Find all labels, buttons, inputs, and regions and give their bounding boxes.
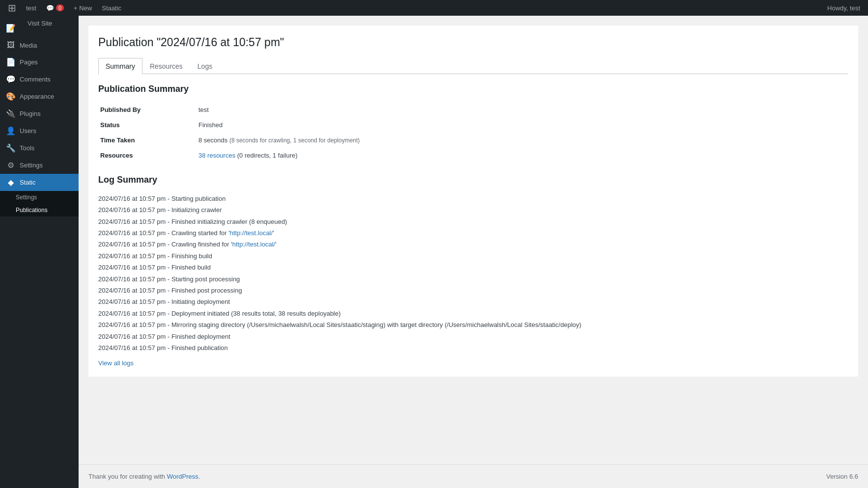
tab-resources[interactable]: Resources [142,58,190,74]
comments-button[interactable]: 💬 0 [42,0,68,16]
status-row: Status Finished [98,117,848,133]
wp-footer: Thank you for creating with WordPress. V… [79,464,868,488]
sidebar-item-users[interactable]: 👤 Users [0,122,79,139]
log-entry-13: 2024/07/16 at 10:57 pm - Finished public… [98,342,848,353]
plugin-label-text: Staatic [102,4,121,12]
resources-value: 38 resources (0 redirects, 1 failure) [196,148,848,163]
log-entry-7: 2024/07/16 at 10:57 pm - Starting post p… [98,273,848,285]
log-entries: 2024/07/16 at 10:57 pm - Starting public… [98,193,848,353]
admin-menu: 📝 Posts 🖼 Media 📄 Pages 💬 Comments 🎨 App… [0,16,79,488]
tab-logs[interactable]: Logs [190,58,220,74]
posts-icon: 📝 [6,24,16,33]
sidebar-label-users: Users [20,127,36,135]
sidebar-label-appearance: Appearance [20,93,54,100]
sidebar-label-media: Media [20,42,37,49]
sidebar-label-plugins: Plugins [20,110,41,117]
new-content-button[interactable]: + New [70,0,96,16]
resources-link[interactable]: 38 resources [198,152,235,159]
log-entry-10: 2024/07/16 at 10:57 pm - Deployment init… [98,308,848,319]
sidebar-item-plugins[interactable]: 🔌 Plugins [0,105,79,122]
log-summary-heading: Log Summary [98,175,848,185]
page-title: Publication "2024/07/16 at 10:57 pm" [98,35,848,50]
wordpress-link[interactable]: WordPress [167,473,198,480]
submenu-publications[interactable]: Publications [0,204,79,217]
publication-detail-table: Published By test Status Finished Time T… [98,102,848,163]
wp-wrap: 📝 Posts 🖼 Media 📄 Pages 💬 Comments 🎨 App… [0,16,868,488]
footer-version: Version 6.6 [826,473,858,480]
sidebar-label-tools: Tools [20,144,34,152]
visit-site-dropdown: Visit Site [20,16,79,31]
howdy-text: Howdy, test [827,4,864,12]
main-content-area: Publication "2024/07/16 at 10:57 pm" Sum… [79,16,868,488]
log-entry-2: 2024/07/16 at 10:57 pm - Finished initia… [98,216,848,227]
log-entry-3: 2024/07/16 at 10:57 pm - Crawling starte… [98,227,848,239]
media-icon: 🖼 [6,41,16,50]
users-icon: 👤 [6,126,16,136]
comment-icon: 💬 [46,4,54,12]
time-taken-main: 8 seconds [198,136,227,144]
view-all-logs-link[interactable]: View all logs [98,359,848,367]
log-entry-4: 2024/07/16 at 10:57 pm - Crawling finish… [98,239,848,250]
comments-count: 0 [56,4,64,11]
status-label: Status [98,117,196,133]
visit-site-link[interactable]: Visit Site [20,16,79,31]
log-entry-0: 2024/07/16 at 10:57 pm - Starting public… [98,193,848,204]
footer-thank-you: Thank you for creating with WordPress. [88,473,200,480]
time-taken-row: Time Taken 8 seconds (8 seconds for craw… [98,133,848,148]
static-icon: ◆ [6,178,16,187]
resources-detail: (0 redirects, 1 failure) [237,152,298,159]
content-wrap: Publication "2024/07/16 at 10:57 pm" Sum… [88,26,858,377]
sidebar-item-appearance[interactable]: 🎨 Appearance [0,88,79,105]
published-by-label: Published By [98,102,196,117]
sidebar-label-static: Static [20,179,36,186]
crawl-link-2[interactable]: http://test.local/ [232,241,275,248]
wp-content: Publication "2024/07/16 at 10:57 pm" Sum… [79,16,868,464]
plugins-icon: 🔌 [6,109,16,118]
plugin-name-label: Staatic [98,0,125,16]
sidebar-item-comments[interactable]: 💬 Comments [0,71,79,88]
admin-bar: ⊞ test 💬 0 + New Staatic Howdy, test [0,0,868,16]
site-name-button[interactable]: test [22,0,40,16]
resources-row: Resources 38 resources (0 redirects, 1 f… [98,148,848,163]
log-entry-6: 2024/07/16 at 10:57 pm - Finished build [98,262,848,273]
sidebar-item-pages[interactable]: 📄 Pages [0,54,79,71]
wp-logo-icon: ⊞ [8,2,16,14]
site-name-label: test [26,4,36,12]
submenu-settings-label: Settings [16,194,37,201]
resources-label: Resources [98,148,196,163]
log-entry-5: 2024/07/16 at 10:57 pm - Finishing build [98,250,848,262]
wp-logo-dropdown[interactable]: ⊞ [4,0,20,16]
sidebar-label-settings: Settings [20,162,43,169]
status-value: Finished [196,117,848,133]
submenu-settings[interactable]: Settings [0,191,79,204]
static-submenu: Settings Publications [0,191,79,217]
crawl-link-1[interactable]: http://test.local/ [230,229,273,237]
sidebar-label-pages: Pages [20,58,38,66]
published-by-row: Published By test [98,102,848,117]
log-entry-9: 2024/07/16 at 10:57 pm - Initiating depl… [98,296,848,307]
sidebar-item-tools[interactable]: 🔧 Tools [0,139,79,157]
tab-bar: Summary Resources Logs [98,58,848,74]
log-entry-11: 2024/07/16 at 10:57 pm - Mirroring stagi… [98,319,848,330]
submenu-publications-label: Publications [16,207,48,214]
log-entry-8: 2024/07/16 at 10:57 pm - Finished post p… [98,285,848,296]
appearance-icon: 🎨 [6,92,16,101]
new-label: + New [74,4,92,12]
publication-summary-heading: Publication Summary [98,84,848,94]
log-entry-12: 2024/07/16 at 10:57 pm - Finished deploy… [98,331,848,342]
sidebar-label-comments: Comments [20,76,51,83]
time-taken-detail: (8 seconds for crawling, 1 second for de… [229,137,360,144]
time-taken-value: 8 seconds (8 seconds for crawling, 1 sec… [196,133,848,148]
tab-summary[interactable]: Summary [98,58,142,74]
time-taken-label: Time Taken [98,133,196,148]
published-by-value: test [196,102,848,117]
sidebar-item-static[interactable]: ◆ Static [0,174,79,191]
tools-icon: 🔧 [6,143,16,153]
pages-icon: 📄 [6,57,16,67]
log-entry-1: 2024/07/16 at 10:57 pm - Initializing cr… [98,204,848,216]
sidebar-item-media[interactable]: 🖼 Media [0,37,79,54]
comments-icon: 💬 [6,75,16,84]
sidebar-item-settings[interactable]: ⚙ Settings [0,157,79,174]
wp-logo-button[interactable]: ⊞ [4,0,20,16]
settings-icon: ⚙ [6,161,16,170]
